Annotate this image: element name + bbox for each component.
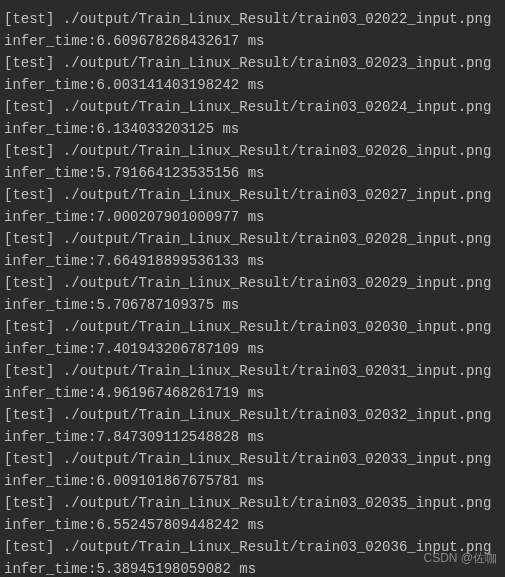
log-timing-line: infer_time:7.664918899536133 ms	[4, 250, 501, 272]
infer-time-label: infer_time:	[4, 77, 96, 93]
log-prefix: [test]	[4, 11, 54, 27]
infer-time-label: infer_time:	[4, 473, 96, 489]
infer-time-value: 5.791664123535156 ms	[96, 165, 264, 181]
infer-time-value: 7.847309112548828 ms	[96, 429, 264, 445]
log-path: ./output/Train_Linux_Result/train03_0203…	[63, 495, 491, 511]
log-prefix: [test]	[4, 187, 54, 203]
log-timing-line: infer_time:6.134033203125 ms	[4, 118, 501, 140]
log-path: ./output/Train_Linux_Result/train03_0203…	[63, 451, 491, 467]
log-prefix: [test]	[4, 231, 54, 247]
log-path: ./output/Train_Linux_Result/train03_0202…	[63, 55, 491, 71]
log-prefix: [test]	[4, 319, 54, 335]
infer-time-label: infer_time:	[4, 121, 96, 137]
log-path-line: [test] ./output/Train_Linux_Result/train…	[4, 360, 501, 382]
log-prefix: [test]	[4, 451, 54, 467]
log-timing-line: infer_time:5.706787109375 ms	[4, 294, 501, 316]
infer-time-label: infer_time:	[4, 297, 96, 313]
infer-time-label: infer_time:	[4, 517, 96, 533]
log-path: ./output/Train_Linux_Result/train03_0203…	[63, 363, 491, 379]
log-path: ./output/Train_Linux_Result/train03_0202…	[63, 143, 491, 159]
infer-time-label: infer_time:	[4, 561, 96, 577]
log-path: ./output/Train_Linux_Result/train03_0202…	[63, 99, 491, 115]
log-path: ./output/Train_Linux_Result/train03_0202…	[63, 275, 491, 291]
log-prefix: [test]	[4, 363, 54, 379]
log-timing-line: infer_time:7.000207901000977 ms	[4, 206, 501, 228]
infer-time-value: 6.009101867675781 ms	[96, 473, 264, 489]
watermark-label: CSDN @佐咖	[423, 547, 497, 569]
log-timing-line: infer_time:4.961967468261719 ms	[4, 382, 501, 404]
log-path-line: [test] ./output/Train_Linux_Result/train…	[4, 96, 501, 118]
log-timing-line: infer_time:7.401943206787109 ms	[4, 338, 501, 360]
terminal-output: [test] ./output/Train_Linux_Result/train…	[4, 8, 501, 577]
infer-time-value: 7.401943206787109 ms	[96, 341, 264, 357]
log-timing-line: infer_time:6.552457809448242 ms	[4, 514, 501, 536]
infer-time-value: 6.003141403198242 ms	[96, 77, 264, 93]
log-prefix: [test]	[4, 99, 54, 115]
infer-time-label: infer_time:	[4, 341, 96, 357]
log-path-line: [test] ./output/Train_Linux_Result/train…	[4, 448, 501, 470]
infer-time-value: 4.961967468261719 ms	[96, 385, 264, 401]
log-timing-line: infer_time:6.609678268432617 ms	[4, 30, 501, 52]
log-path: ./output/Train_Linux_Result/train03_0203…	[63, 319, 491, 335]
infer-time-label: infer_time:	[4, 209, 96, 225]
infer-time-value: 6.552457809448242 ms	[96, 517, 264, 533]
log-path: ./output/Train_Linux_Result/train03_0203…	[63, 407, 491, 423]
log-timing-line: infer_time:7.847309112548828 ms	[4, 426, 501, 448]
log-path-line: [test] ./output/Train_Linux_Result/train…	[4, 316, 501, 338]
infer-time-label: infer_time:	[4, 165, 96, 181]
log-prefix: [test]	[4, 407, 54, 423]
infer-time-label: infer_time:	[4, 253, 96, 269]
infer-time-label: infer_time:	[4, 429, 96, 445]
infer-time-value: 6.134033203125 ms	[96, 121, 239, 137]
log-timing-line: infer_time:6.009101867675781 ms	[4, 470, 501, 492]
log-path-line: [test] ./output/Train_Linux_Result/train…	[4, 404, 501, 426]
log-timing-line: infer_time:6.003141403198242 ms	[4, 74, 501, 96]
log-timing-line: infer_time:5.791664123535156 ms	[4, 162, 501, 184]
log-path-line: [test] ./output/Train_Linux_Result/train…	[4, 228, 501, 250]
log-prefix: [test]	[4, 539, 54, 555]
infer-time-value: 5.38945198059082 ms	[96, 561, 256, 577]
infer-time-label: infer_time:	[4, 33, 96, 49]
log-path-line: [test] ./output/Train_Linux_Result/train…	[4, 184, 501, 206]
log-prefix: [test]	[4, 143, 54, 159]
log-path-line: [test] ./output/Train_Linux_Result/train…	[4, 272, 501, 294]
log-path-line: [test] ./output/Train_Linux_Result/train…	[4, 492, 501, 514]
log-prefix: [test]	[4, 495, 54, 511]
log-path: ./output/Train_Linux_Result/train03_0202…	[63, 231, 491, 247]
infer-time-value: 7.664918899536133 ms	[96, 253, 264, 269]
log-path: ./output/Train_Linux_Result/train03_0202…	[63, 187, 491, 203]
log-path-line: [test] ./output/Train_Linux_Result/train…	[4, 52, 501, 74]
log-path-line: [test] ./output/Train_Linux_Result/train…	[4, 140, 501, 162]
log-prefix: [test]	[4, 55, 54, 71]
log-path-line: [test] ./output/Train_Linux_Result/train…	[4, 8, 501, 30]
infer-time-value: 7.000207901000977 ms	[96, 209, 264, 225]
infer-time-label: infer_time:	[4, 385, 96, 401]
log-path: ./output/Train_Linux_Result/train03_0202…	[63, 11, 491, 27]
infer-time-value: 6.609678268432617 ms	[96, 33, 264, 49]
log-prefix: [test]	[4, 275, 54, 291]
infer-time-value: 5.706787109375 ms	[96, 297, 239, 313]
